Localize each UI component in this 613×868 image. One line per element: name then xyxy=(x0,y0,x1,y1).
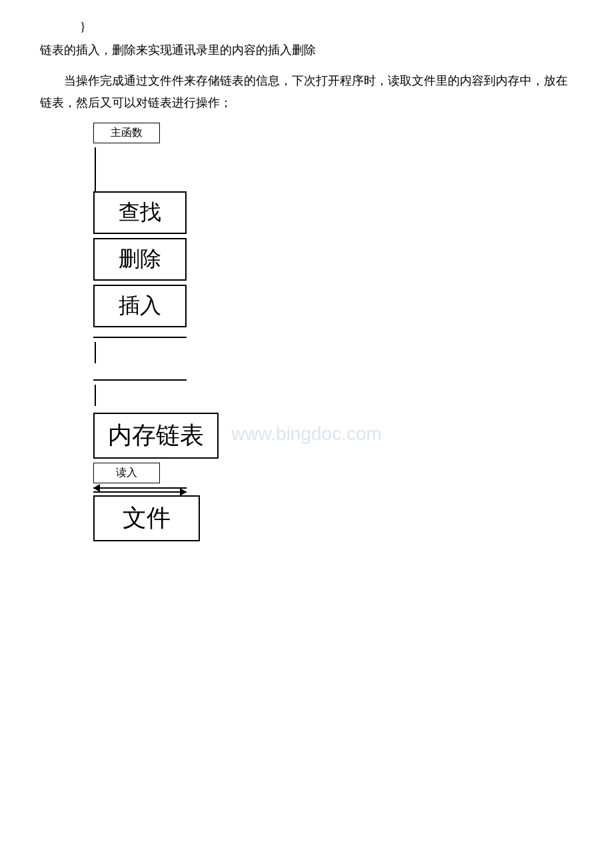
box-insert: 插入 xyxy=(93,285,187,327)
box-main-function: 主函数 xyxy=(93,123,160,143)
diagram-area: 主函数 查找 删除 插入 内存链表 读入 xyxy=(93,123,573,545)
vertical-line-1 xyxy=(95,147,96,171)
horizontal-line-above-memory xyxy=(93,379,187,381)
arrow-left xyxy=(93,487,187,489)
arrow-right xyxy=(93,491,187,493)
description-line1: 链表的插入，删除来实现通讯录里的内容的插入删除 xyxy=(40,39,573,61)
box-delete: 删除 xyxy=(93,238,187,281)
vertical-line-3 xyxy=(95,342,96,363)
arrow-left-line xyxy=(93,487,187,489)
curly-brace: } xyxy=(80,20,573,34)
box-io: 读入 xyxy=(93,463,160,483)
description-line2: 当操作完成通过文件件来存储链表的信息，下次打开程序时，读取文件里的内容到内存中，… xyxy=(40,70,573,113)
box-find: 查找 xyxy=(93,191,187,234)
arrow-right-line xyxy=(93,491,187,493)
box-file: 文件 xyxy=(93,495,200,541)
horizontal-separator-1 xyxy=(93,337,187,338)
vertical-line-4 xyxy=(95,385,96,406)
box-memory: 内存链表 xyxy=(93,413,219,459)
vertical-line-2 xyxy=(95,171,96,191)
